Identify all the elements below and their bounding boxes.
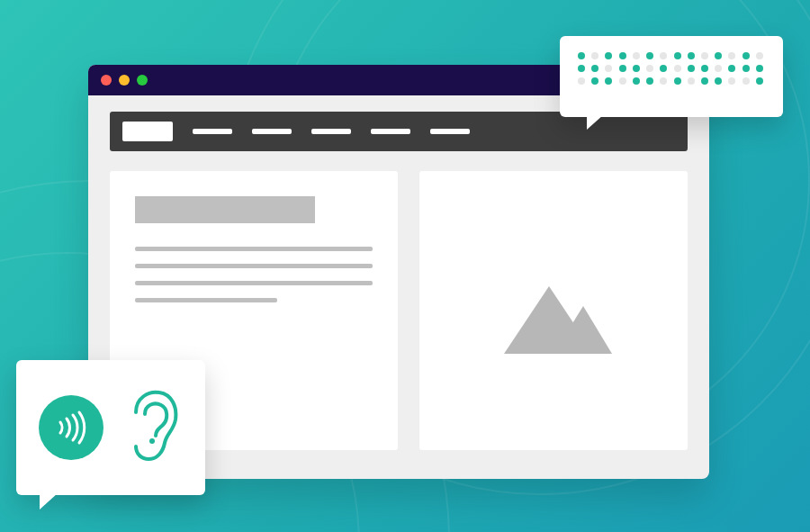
- nav-link[interactable]: [371, 129, 410, 134]
- nav-link[interactable]: [252, 129, 292, 134]
- text-line: [135, 281, 373, 285]
- image-placeholder-icon: [468, 250, 639, 371]
- braille-dots-icon: [578, 52, 765, 86]
- svg-point-2: [149, 438, 155, 444]
- heading-placeholder: [135, 196, 315, 223]
- text-line: [135, 264, 373, 268]
- maximize-icon[interactable]: [137, 75, 148, 86]
- logo[interactable]: [122, 122, 173, 141]
- sound-waves-icon: [39, 395, 104, 460]
- text-line: [135, 247, 373, 251]
- close-icon[interactable]: [101, 75, 112, 86]
- ear-icon: [120, 387, 183, 468]
- image-card: [419, 171, 688, 450]
- nav-link[interactable]: [311, 129, 351, 134]
- braille-bubble: [560, 36, 783, 117]
- nav-link[interactable]: [430, 129, 470, 134]
- audio-bubble: [16, 360, 205, 495]
- minimize-icon[interactable]: [119, 75, 130, 86]
- text-line: [135, 298, 277, 302]
- nav-link[interactable]: [193, 129, 232, 134]
